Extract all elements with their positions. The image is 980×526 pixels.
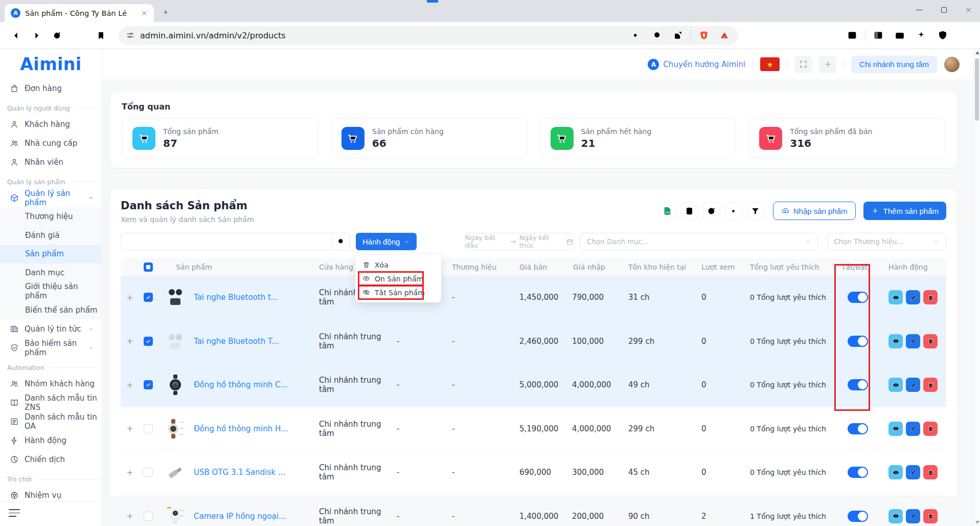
delete-button[interactable] bbox=[923, 509, 938, 523]
zoom-out-icon[interactable] bbox=[650, 28, 665, 43]
row-checkbox[interactable] bbox=[144, 337, 153, 346]
view-button[interactable] bbox=[888, 290, 903, 304]
product-name-link[interactable]: Tai nghe Bluetooth t... bbox=[194, 293, 278, 302]
browser-tab[interactable]: A Sản phẩm - Công Ty Bán Lẻ bbox=[5, 4, 154, 22]
password-key-icon[interactable] bbox=[629, 28, 645, 43]
status-toggle[interactable] bbox=[848, 511, 868, 522]
scrollbar-thumb[interactable] bbox=[975, 58, 979, 121]
row-expand-button[interactable]: + bbox=[121, 336, 139, 346]
search-icon[interactable] bbox=[332, 233, 349, 250]
fullscreen-button[interactable] bbox=[794, 56, 812, 73]
delete-button[interactable] bbox=[923, 290, 938, 304]
sidebar-subitem[interactable]: Biến thể sản phẩm bbox=[0, 301, 102, 320]
sidebar-item[interactable]: Quản lý tin tức bbox=[0, 319, 102, 338]
dropdown-item[interactable]: Tắt Sản phẩm bbox=[355, 286, 441, 299]
settings-button[interactable] bbox=[725, 202, 742, 220]
scroll-up-arrow[interactable] bbox=[975, 51, 979, 54]
database-button[interactable] bbox=[681, 202, 698, 220]
row-checkbox[interactable] bbox=[144, 293, 153, 302]
edit-button[interactable] bbox=[906, 290, 920, 304]
scroll-down-arrow[interactable] bbox=[975, 521, 979, 524]
sidebar-item[interactable]: Hành động bbox=[0, 431, 102, 450]
status-toggle[interactable] bbox=[848, 467, 868, 478]
wallet-icon[interactable] bbox=[891, 27, 908, 44]
search-tabs-icon[interactable] bbox=[844, 27, 861, 44]
delete-button[interactable] bbox=[923, 465, 938, 479]
row-expand-button[interactable]: + bbox=[121, 380, 139, 390]
window-maximize-button[interactable] bbox=[939, 5, 948, 14]
sidebar-subitem[interactable]: Giới thiệu sản phẩm bbox=[0, 282, 102, 301]
edit-button[interactable] bbox=[906, 509, 920, 523]
back-icon[interactable] bbox=[7, 27, 25, 44]
dropdown-item[interactable]: On Sản phẩm bbox=[355, 272, 441, 286]
brand-select[interactable]: Chọn Thương hiệu... bbox=[827, 233, 946, 250]
sidebar-subitem[interactable]: Sản phẩm bbox=[0, 245, 102, 264]
row-expand-button[interactable]: + bbox=[121, 511, 139, 521]
new-tab-button[interactable] bbox=[158, 5, 173, 20]
edit-button[interactable] bbox=[906, 422, 920, 436]
language-flag-button[interactable]: ★ bbox=[760, 57, 780, 71]
sidebar-item[interactable]: Đơn hàng bbox=[0, 79, 102, 98]
status-toggle[interactable] bbox=[848, 292, 868, 303]
site-permissions-icon[interactable] bbox=[126, 31, 135, 40]
sidebar-subitem[interactable]: Đánh giá bbox=[0, 226, 102, 245]
window-minimize-button[interactable] bbox=[915, 5, 924, 14]
sidebar-item[interactable]: Nhân viên bbox=[0, 152, 102, 171]
sidebar-item[interactable]: Nhà cung cấp bbox=[0, 134, 102, 152]
row-expand-button[interactable]: + bbox=[121, 293, 139, 302]
delete-button[interactable] bbox=[923, 334, 938, 348]
date-range-picker[interactable]: Ngày bắt đầu → Ngày kết thúc bbox=[465, 233, 574, 250]
row-expand-button[interactable]: + bbox=[121, 424, 139, 433]
product-name-link[interactable]: Đồng hồ thông minh H... bbox=[194, 424, 288, 433]
status-toggle[interactable] bbox=[848, 336, 868, 347]
status-toggle[interactable] bbox=[848, 423, 868, 434]
sidebar-item[interactable]: Danh sách mẫu tin ZNS bbox=[0, 393, 102, 412]
product-name-link[interactable]: USB OTG 3.1 Sandisk ... bbox=[194, 468, 285, 477]
row-expand-button[interactable]: + bbox=[121, 468, 139, 477]
excel-export-button[interactable] bbox=[659, 202, 676, 220]
browser-menu-icon[interactable] bbox=[955, 27, 973, 44]
user-avatar[interactable] bbox=[944, 57, 960, 72]
import-products-button[interactable]: Nhập sản phẩm bbox=[773, 202, 856, 220]
edit-button[interactable] bbox=[906, 334, 920, 348]
sidebar-item[interactable]: Khách hàng bbox=[0, 115, 102, 134]
window-close-button[interactable] bbox=[964, 5, 973, 14]
branch-selector-button[interactable]: Chi nhánh trung tâm bbox=[851, 56, 937, 73]
status-toggle[interactable] bbox=[848, 379, 868, 390]
edit-button[interactable] bbox=[906, 378, 920, 392]
delete-button[interactable] bbox=[923, 378, 938, 392]
edit-button[interactable] bbox=[906, 465, 920, 479]
view-button[interactable] bbox=[888, 378, 903, 392]
delete-button[interactable] bbox=[923, 422, 938, 436]
reload-icon[interactable] bbox=[48, 27, 65, 44]
view-button[interactable] bbox=[888, 509, 903, 523]
row-checkbox[interactable] bbox=[144, 512, 153, 521]
brave-shield-icon[interactable] bbox=[696, 28, 712, 43]
app-logo[interactable]: Aimini bbox=[0, 49, 102, 79]
product-name-link[interactable]: Đồng hồ thông minh C... bbox=[194, 380, 288, 389]
add-shortcut-button[interactable] bbox=[819, 56, 836, 73]
redirect-aimini-link[interactable]: A Chuyển hướng Aimini bbox=[648, 59, 745, 70]
page-scrollbar[interactable] bbox=[973, 49, 980, 526]
product-name-link[interactable]: Camera IP hồng ngoại... bbox=[194, 512, 286, 521]
row-checkbox[interactable] bbox=[144, 380, 153, 389]
view-button[interactable] bbox=[888, 422, 903, 436]
search-input[interactable] bbox=[121, 233, 332, 250]
view-button[interactable] bbox=[888, 465, 903, 479]
row-checkbox[interactable] bbox=[144, 424, 153, 433]
dropdown-item[interactable]: Xóa bbox=[355, 258, 441, 272]
sidebar-item[interactable]: Danh sách mẫu tin OA bbox=[0, 412, 102, 431]
bulk-actions-button[interactable]: Hành động bbox=[356, 233, 417, 250]
category-select[interactable]: Chọn Danh mục... bbox=[580, 233, 818, 250]
sidebar-item[interactable]: Bảo hiểm sản phẩm bbox=[0, 338, 102, 357]
product-name-link[interactable]: Tai nghe Bluetooth T... bbox=[194, 337, 279, 346]
row-checkbox[interactable] bbox=[144, 468, 153, 477]
refresh-button[interactable] bbox=[703, 202, 720, 220]
sidebar-panel-icon[interactable] bbox=[870, 27, 887, 44]
sidebar-collapse-icon[interactable] bbox=[9, 509, 20, 517]
bat-rewards-icon[interactable] bbox=[717, 28, 732, 43]
address-bar[interactable]: admin.aimini.vn/admin/v2/products bbox=[119, 26, 738, 45]
leo-ai-icon[interactable] bbox=[913, 27, 930, 44]
select-all-checkbox[interactable] bbox=[144, 262, 153, 272]
view-button[interactable] bbox=[888, 334, 903, 348]
